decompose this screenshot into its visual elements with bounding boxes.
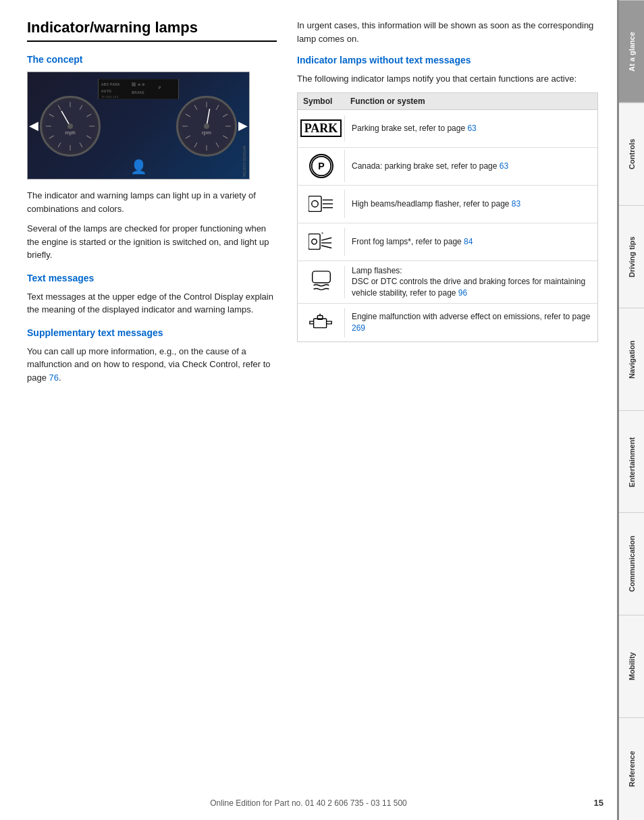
svg-text:rpm: rpm (202, 130, 211, 136)
svg-line-33 (194, 105, 197, 110)
symbol-cell-park-canada: P (298, 150, 345, 182)
body-text-1: The indicator and warning lamps can ligh… (27, 189, 277, 215)
page-ref-63a[interactable]: 63 (467, 124, 476, 133)
text-messages-body: Text messages at the upper edge of the C… (27, 290, 277, 317)
svg-line-26 (223, 136, 227, 138)
svg-text:ABS PARK: ABS PARK (101, 83, 120, 86)
arrow-left-icon: ◀ (29, 118, 38, 133)
foglight-symbol: * (308, 231, 334, 252)
engine-symbol (308, 312, 334, 333)
function-cell-dsc: Lamp flashes: DSC or DTC controls the dr… (345, 261, 597, 303)
page-footer: Online Edition for Part no. 01 40 2 606 … (0, 798, 617, 808)
left-gauge: mph (40, 96, 101, 157)
svg-line-8 (49, 136, 54, 138)
dashboard-image: ◀ (27, 72, 250, 180)
page-ref-84[interactable]: 84 (464, 237, 473, 246)
table-row: * Front fog lamps*, refer to page 84 (298, 223, 597, 261)
indicator-heading: Indicator lamps without text messages (297, 55, 598, 65)
svg-line-29 (194, 142, 197, 147)
arrow-right-icon: ▶ (238, 118, 248, 133)
sidebar-tab-mobility[interactable]: Mobility (619, 615, 644, 717)
svg-point-45 (311, 239, 317, 244)
svg-line-5 (80, 142, 82, 147)
svg-line-1 (80, 105, 82, 110)
svg-line-27 (216, 142, 219, 147)
svg-text:TF-050-123: TF-050-123 (101, 95, 119, 99)
svg-rect-39 (308, 196, 321, 212)
svg-line-30 (186, 136, 190, 138)
symbol-cell-engine (298, 308, 345, 337)
symbol-cell-dsc (298, 266, 345, 298)
park-canada-symbol: P (309, 154, 333, 178)
svg-text:BRAKE: BRAKE (132, 91, 144, 94)
page-ref-63b[interactable]: 63 (500, 161, 508, 171)
body-text-2: Several of the lamps are checked for pro… (27, 222, 277, 262)
indicator-intro: The following indicator lamps notify you… (297, 72, 598, 86)
symbol-cell-foglight: * (298, 227, 345, 256)
table-header: Symbol Function or system (298, 93, 597, 110)
svg-text:*: * (321, 231, 323, 237)
svg-line-4 (86, 136, 91, 138)
sidebar-tab-communication[interactable]: Communication (619, 512, 644, 615)
sidebar-tab-navigation[interactable]: Navigation (619, 308, 644, 410)
dash-center-display: ABS PARK AUTO ⬛ ⊕ ⚙ BRAKE P TF-050-123 (98, 79, 179, 99)
intro-text: In urgent cases, this information will b… (297, 19, 598, 45)
svg-line-48 (321, 246, 331, 248)
page-title: Indicator/warning lamps (27, 19, 277, 42)
svg-line-2 (86, 114, 91, 117)
page-ref-269[interactable]: 269 (352, 323, 365, 333)
svg-text:mph: mph (65, 130, 76, 136)
supplementary-heading: Supplementary text messages (27, 327, 277, 338)
concept-heading: The concept (27, 54, 277, 65)
table-row: High beams/headlamp flasher, refer to pa… (298, 186, 597, 223)
page-ref-83[interactable]: 83 (512, 199, 520, 209)
right-gauge: rpm (176, 96, 237, 157)
sidebar-tab-driving-tips[interactable]: Driving tips (619, 205, 644, 308)
sidebar-tab-at-a-glance[interactable]: At a glance (619, 0, 644, 103)
table-row: P Canada: parking brake set, refer to pa… (298, 148, 597, 186)
svg-line-11 (58, 105, 61, 110)
svg-rect-51 (313, 319, 326, 327)
highbeam-symbol (308, 194, 334, 214)
text-messages-heading: Text messages (27, 273, 277, 283)
sidebar-tab-controls[interactable]: Controls (619, 103, 644, 205)
indicator-lamps-table: Symbol Function or system PARK Parking b… (297, 92, 598, 342)
right-column: In urgent cases, this information will b… (297, 19, 598, 793)
dsc-symbol (308, 270, 334, 294)
svg-rect-50 (312, 271, 330, 283)
svg-point-14 (68, 124, 73, 129)
function-cell-engine: Engine malfunction with adverse effect o… (345, 307, 597, 338)
person-icon: 👤 (130, 159, 147, 175)
sidebar-tab-reference[interactable]: Reference (619, 717, 644, 820)
header-function: Function or system (350, 97, 592, 106)
page-ref-76[interactable]: 76 (49, 373, 59, 383)
table-row: Engine malfunction with adverse effect o… (298, 304, 597, 341)
function-cell-foglight: Front fog lamps*, refer to page 84 (345, 232, 597, 252)
svg-text:⬛ ⊕ ⚙: ⬛ ⊕ ⚙ (132, 82, 145, 87)
svg-line-32 (186, 114, 190, 117)
svg-line-10 (49, 114, 54, 117)
svg-text:P: P (318, 161, 324, 171)
header-symbol: Symbol (303, 97, 350, 106)
symbol-cell-highbeam (298, 190, 345, 218)
sidebar: At a glance Controls Driving tips Naviga… (618, 0, 644, 820)
svg-line-7 (58, 142, 61, 147)
left-column: Indicator/warning lamps The concept ◀ (27, 19, 277, 793)
svg-line-46 (321, 238, 331, 240)
page-ref-96[interactable]: 96 (458, 288, 467, 298)
sidebar-tab-entertainment[interactable]: Entertainment (619, 410, 644, 513)
svg-rect-44 (308, 234, 320, 250)
border-line (617, 0, 619, 820)
park-symbol: PARK (300, 119, 342, 137)
watermark: WYDOR-GNCNK (242, 146, 246, 177)
svg-text:AUTO: AUTO (101, 90, 112, 93)
symbol-cell-park: PARK (298, 115, 345, 141)
table-row: Lamp flashes: DSC or DTC controls the dr… (298, 261, 597, 304)
supplementary-body: You can call up more information, e.g., … (27, 345, 277, 385)
svg-point-36 (204, 124, 209, 129)
function-cell-highbeam: High beams/headlamp flasher, refer to pa… (345, 194, 597, 214)
svg-text:P: P (159, 86, 161, 90)
svg-point-43 (311, 200, 318, 207)
function-cell-park: Parking brake set, refer to page 63 (345, 119, 597, 138)
table-row: PARK Parking brake set, refer to page 63 (298, 110, 597, 148)
